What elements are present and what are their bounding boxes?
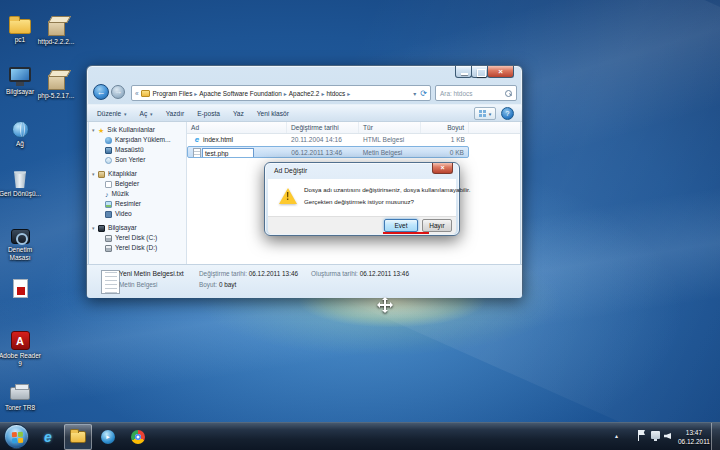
desktop-icon-httpd-installer[interactable]: httpd-2.2.2...: [34, 10, 78, 46]
details-file-name: Yeni Metin Belgesi.txt: [119, 270, 184, 277]
desktop-icon-label: Toner TR8: [0, 404, 42, 412]
sidebar-item-desktop[interactable]: Masaüstü: [92, 145, 186, 155]
desktop-icon-pdf-document[interactable]: [0, 272, 42, 300]
breadcrumb-chevrons-icon[interactable]: «: [135, 90, 139, 97]
file-row-test-php-selected[interactable]: test.php 06.12.2011 13:46 Metin Belgesi …: [187, 146, 469, 158]
column-header-type[interactable]: Tür: [359, 122, 421, 133]
sidebar-section-libraries[interactable]: ▾ Kitaplıklar: [92, 169, 186, 179]
sidebar-item-recent[interactable]: Son Yerler: [92, 155, 186, 165]
sidebar-item-documents[interactable]: Belgeler: [92, 179, 186, 189]
taskbar-clock[interactable]: 13:47 06.12.2011: [678, 428, 710, 446]
column-headers: Ad Değiştirme tarihi Tür Boyut: [187, 122, 520, 134]
back-button[interactable]: ←: [93, 84, 109, 100]
breadcrumb[interactable]: « Program Files ▸ Apache Software Founda…: [131, 85, 431, 101]
file-type: Metin Belgesi: [359, 147, 421, 157]
dialog-title: Ad Değiştir: [274, 167, 307, 174]
desktop-icon-control-panel[interactable]: Denetim Masası: [0, 218, 42, 261]
adobe-reader-icon: A: [11, 331, 30, 350]
dialog-message-line1: Dosya adı uzantısını değiştirirseniz, do…: [304, 186, 470, 193]
yes-button[interactable]: Evet: [384, 219, 418, 232]
change-view-button[interactable]: ▾: [474, 107, 496, 120]
chevron-down-icon: ▾: [124, 111, 127, 117]
taskbar-item-internet-explorer[interactable]: e: [34, 424, 62, 450]
rename-edit-input[interactable]: test.php: [202, 148, 254, 158]
red-underline-annotation: [383, 232, 429, 234]
action-center-flag-icon[interactable]: [638, 430, 646, 441]
music-note-icon: ♪: [105, 191, 109, 198]
details-created-label: Oluşturma tarihi:: [311, 270, 358, 277]
start-button[interactable]: [4, 424, 29, 449]
clock-date: 06.12.2011: [678, 437, 710, 446]
print-button[interactable]: Yazdır: [166, 110, 185, 117]
desktop-icon-toner[interactable]: Toner TR8: [0, 376, 42, 412]
breadcrumb-separator-icon: ▸: [347, 90, 350, 97]
sidebar-section-favorites[interactable]: ▾ ★ Sık Kullanılanlar: [92, 125, 186, 135]
desktop-icon-php-installer[interactable]: php-5.2.17...: [34, 64, 78, 100]
forward-button[interactable]: →: [111, 85, 125, 99]
column-header-modified[interactable]: Değiştirme tarihi: [287, 122, 359, 133]
desktop-icon-label: Adobe Reader 9: [0, 352, 42, 367]
breadcrumb-item[interactable]: Apache2.2: [289, 90, 320, 97]
folder-icon: [9, 19, 31, 34]
window-caption-buttons: ×: [456, 66, 514, 78]
refresh-icon[interactable]: ⟳: [420, 89, 427, 98]
internet-explorer-icon: e: [44, 429, 52, 445]
desktop-icon-recycle-bin[interactable]: Geri Dönüşü...: [0, 162, 42, 198]
desktop-icon-network[interactable]: Ağ: [0, 112, 42, 148]
recycle-bin-icon: [13, 170, 28, 188]
open-menu[interactable]: Aç ▾: [140, 110, 153, 117]
sidebar-item-videos[interactable]: Video: [92, 209, 186, 219]
show-desktop-button[interactable]: [711, 423, 720, 450]
recent-places-icon: [105, 157, 112, 164]
search-input[interactable]: Ara: htdocs: [435, 85, 517, 101]
search-icon[interactable]: [505, 90, 512, 97]
taskbar-item-media-player[interactable]: ▸: [94, 424, 122, 450]
maximize-button[interactable]: [471, 66, 488, 78]
help-button[interactable]: ?: [501, 107, 514, 120]
taskbar-item-browser[interactable]: [124, 424, 152, 450]
no-button[interactable]: Hayır: [422, 219, 452, 232]
computer-icon: [9, 67, 31, 82]
column-header-name[interactable]: Ad: [187, 122, 287, 133]
tray-expand-icon[interactable]: ▴: [615, 432, 618, 439]
sidebar-item-music[interactable]: ♪Müzik: [92, 189, 186, 199]
new-folder-button[interactable]: Yeni klasör: [257, 110, 289, 117]
breadcrumb-item[interactable]: Program Files: [153, 90, 193, 97]
sidebar-item-downloads[interactable]: Karşıdan Yüklem...: [92, 135, 186, 145]
sidebar-item-local-disk-d[interactable]: Yerel Disk (D:): [92, 243, 186, 253]
minimize-button[interactable]: [455, 66, 472, 78]
network-tray-icon[interactable]: [651, 431, 660, 439]
sidebar-item-pictures[interactable]: Resimler: [92, 199, 186, 209]
chrome-icon: [131, 430, 145, 444]
file-type: HTML Belgesi: [359, 134, 421, 146]
text-document-icon: [101, 270, 120, 294]
desktop-icon-label: Denetim Masası: [0, 246, 42, 261]
email-button[interactable]: E-posta: [197, 110, 220, 117]
folder-icon: [141, 90, 150, 97]
favorites-star-icon: ★: [98, 127, 104, 134]
volume-tray-icon[interactable]: [664, 431, 673, 440]
details-modified-label: Değiştirme tarihi:: [199, 270, 247, 277]
close-button[interactable]: ×: [487, 66, 514, 78]
desktop-icon-adobe-reader[interactable]: A Adobe Reader 9: [0, 324, 42, 367]
dialog-close-button[interactable]: ×: [432, 163, 453, 174]
navigation-pane: ▾ ★ Sık Kullanılanlar Karşıdan Yüklem...…: [89, 122, 187, 264]
column-header-size[interactable]: Boyut: [421, 122, 469, 133]
breadcrumb-item[interactable]: Apache Software Foundation: [199, 90, 281, 97]
details-size-label: Boyut:: [199, 281, 217, 288]
organize-menu[interactable]: Düzenle ▾: [97, 110, 127, 117]
details-created-value: 06.12.2011 13:46: [360, 270, 409, 277]
breadcrumb-separator-icon: ▸: [321, 90, 324, 97]
file-row-index-html[interactable]: eindex.html 20.11.2004 14:16 HTML Belges…: [187, 134, 469, 146]
installer-box-icon: [48, 21, 65, 36]
burn-button[interactable]: Yaz: [233, 110, 244, 117]
sidebar-section-computer[interactable]: ▾ Bilgisayar: [92, 223, 186, 233]
address-dropdown-icon[interactable]: ▾: [413, 90, 416, 97]
details-modified-value: 06.12.2011 13:46: [249, 270, 298, 277]
command-bar: Düzenle ▾ Aç ▾ Yazdır E-posta Yaz Yeni k…: [87, 104, 522, 122]
sidebar-item-local-disk-c[interactable]: Yerel Disk (C:): [92, 233, 186, 243]
breadcrumb-separator-icon: ▸: [194, 90, 197, 97]
videos-icon: [105, 211, 112, 218]
breadcrumb-item[interactable]: htdocs: [326, 90, 345, 97]
taskbar-item-explorer-active[interactable]: [64, 424, 92, 450]
